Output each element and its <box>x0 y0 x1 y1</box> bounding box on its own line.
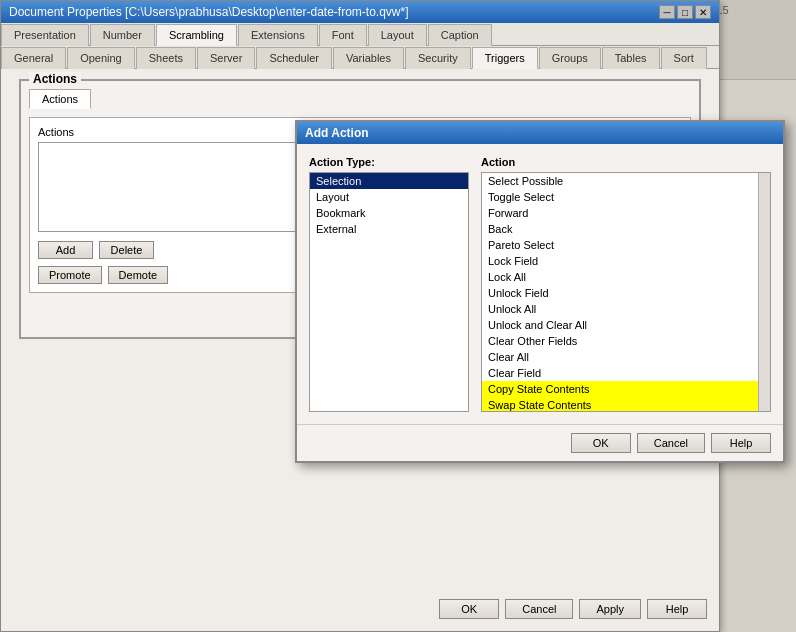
tab-extensions[interactable]: Extensions <box>238 24 318 46</box>
outer-ok-button[interactable]: OK <box>439 599 499 619</box>
tab-layout[interactable]: Layout <box>368 24 427 46</box>
tab-triggers[interactable]: Triggers <box>472 47 538 69</box>
demote-button[interactable]: Demote <box>108 266 169 284</box>
list-item-layout[interactable]: Layout <box>310 189 468 205</box>
action-item-copy-state-contents[interactable]: Copy State Contents <box>482 381 770 397</box>
outer-help-button[interactable]: Help <box>647 599 707 619</box>
action-item-select-possible[interactable]: Select Possible <box>482 173 770 189</box>
action-item-pareto-select[interactable]: Pareto Select <box>482 237 770 253</box>
title-bar: Document Properties [C:\Users\prabhusa\D… <box>1 1 719 23</box>
action-item-unlock-field[interactable]: Unlock Field <box>482 285 770 301</box>
tab-opening[interactable]: Opening <box>67 47 135 69</box>
action-item-clear-all[interactable]: Clear All <box>482 349 770 365</box>
tab-font[interactable]: Font <box>319 24 367 46</box>
add-action-footer: OK Cancel Help <box>297 424 783 461</box>
tab-sheets[interactable]: Sheets <box>136 47 196 69</box>
action-header: Action <box>481 156 771 168</box>
add-action-title: Add Action <box>305 126 369 140</box>
add-action-ok-button[interactable]: OK <box>571 433 631 453</box>
action-column: Action Select Possible Toggle Select For… <box>481 156 771 412</box>
tab-scheduler[interactable]: Scheduler <box>256 47 332 69</box>
action-type-list[interactable]: Selection Layout Bookmark External <box>309 172 469 412</box>
tab-variables[interactable]: Variables <box>333 47 404 69</box>
minimize-button[interactable]: ─ <box>659 5 675 19</box>
promote-button[interactable]: Promote <box>38 266 102 284</box>
tab-scrambling[interactable]: Scrambling <box>156 24 237 46</box>
tab-server[interactable]: Server <box>197 47 255 69</box>
action-item-lock-field[interactable]: Lock Field <box>482 253 770 269</box>
add-action-help-button[interactable]: Help <box>711 433 771 453</box>
window-title: Document Properties [C:\Users\prabhusa\D… <box>9 5 409 19</box>
outer-cancel-button[interactable]: Cancel <box>505 599 573 619</box>
action-item-clear-field[interactable]: Clear Field <box>482 365 770 381</box>
list-item-selection[interactable]: Selection <box>310 173 468 189</box>
tab-general[interactable]: General <box>1 47 66 69</box>
tab-tables[interactable]: Tables <box>602 47 660 69</box>
add-action-columns: Action Type: Selection Layout Bookmark E… <box>309 156 771 412</box>
tab-row-1: Presentation Number Scrambling Extension… <box>1 23 719 46</box>
list-item-external[interactable]: External <box>310 221 468 237</box>
tab-groups[interactable]: Groups <box>539 47 601 69</box>
close-button[interactable]: ✕ <box>695 5 711 19</box>
tab-presentation[interactable]: Presentation <box>1 24 89 46</box>
tab-row-2: General Opening Sheets Server Scheduler … <box>1 46 719 69</box>
tab-number[interactable]: Number <box>90 24 155 46</box>
action-item-swap-state-contents[interactable]: Swap State Contents <box>482 397 770 412</box>
action-item-unlock-clear-all[interactable]: Unlock and Clear All <box>482 317 770 333</box>
add-action-title-bar: Add Action <box>297 122 783 144</box>
tab-caption[interactable]: Caption <box>428 24 492 46</box>
action-list-scrollbar[interactable] <box>758 173 770 411</box>
action-item-back[interactable]: Back <box>482 221 770 237</box>
action-item-forward[interactable]: Forward <box>482 205 770 221</box>
add-action-cancel-button[interactable]: Cancel <box>637 433 705 453</box>
actions-tab-row: Actions <box>29 89 691 109</box>
actions-panel-title: Actions <box>29 72 81 86</box>
action-type-header: Action Type: <box>309 156 469 168</box>
add-action-dialog: Add Action Action Type: Selection Layout… <box>295 120 785 463</box>
action-item-unlock-all[interactable]: Unlock All <box>482 301 770 317</box>
action-item-clear-other-fields[interactable]: Clear Other Fields <box>482 333 770 349</box>
tab-security[interactable]: Security <box>405 47 471 69</box>
actions-inner-tab[interactable]: Actions <box>29 89 91 109</box>
outer-apply-button[interactable]: Apply <box>579 599 641 619</box>
add-action-body: Action Type: Selection Layout Bookmark E… <box>297 144 783 424</box>
action-type-column: Action Type: Selection Layout Bookmark E… <box>309 156 469 412</box>
add-button[interactable]: Add <box>38 241 93 259</box>
action-item-toggle-select[interactable]: Toggle Select <box>482 189 770 205</box>
delete-button[interactable]: Delete <box>99 241 154 259</box>
tab-sort[interactable]: Sort <box>661 47 707 69</box>
outer-footer: OK Cancel Apply Help <box>439 599 707 619</box>
list-item-bookmark[interactable]: Bookmark <box>310 205 468 221</box>
action-list[interactable]: Select Possible Toggle Select Forward Ba… <box>481 172 771 412</box>
action-item-lock-all[interactable]: Lock All <box>482 269 770 285</box>
maximize-button[interactable]: □ <box>677 5 693 19</box>
window-controls: ─ □ ✕ <box>659 5 711 19</box>
